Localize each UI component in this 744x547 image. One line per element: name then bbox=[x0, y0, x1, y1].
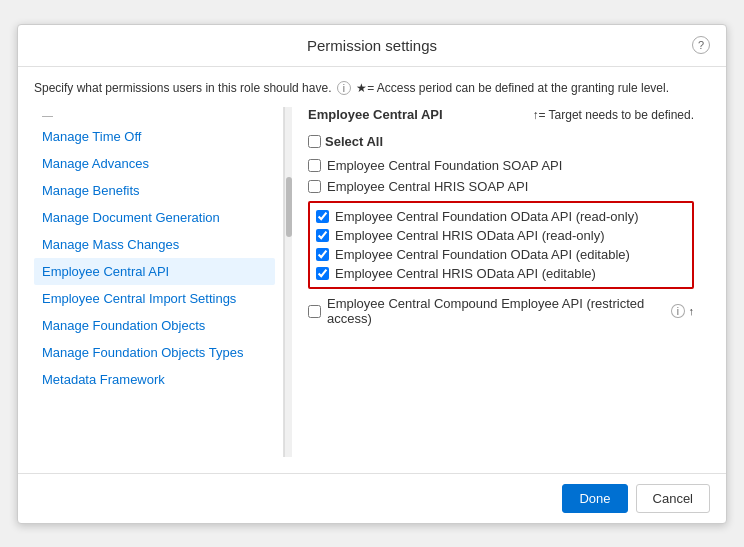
sidebar-scroll-hint: — bbox=[34, 107, 275, 123]
permission-row-ec-foundation-odata-editable: Employee Central Foundation OData API (e… bbox=[316, 245, 686, 264]
permission-label-ec-foundation-soap: Employee Central Foundation SOAP API bbox=[327, 158, 562, 173]
permission-label-ec-hris-soap: Employee Central HRIS SOAP API bbox=[327, 179, 528, 194]
sidebar: — Manage Time Off Manage Advances Manage… bbox=[34, 107, 284, 457]
checkbox-ec-hris-soap[interactable] bbox=[308, 180, 321, 193]
section-title: Employee Central API bbox=[308, 107, 443, 122]
permission-label-ec-hris-odata-readonly: Employee Central HRIS OData API (read-on… bbox=[335, 228, 605, 243]
permission-row-ec-compound-employee: Employee Central Compound Employee API (… bbox=[308, 293, 694, 329]
sidebar-item-manage-document-generation[interactable]: Manage Document Generation bbox=[34, 204, 275, 231]
select-all-label: Select All bbox=[325, 134, 383, 149]
permission-row-ec-foundation-odata-readonly: Employee Central Foundation OData API (r… bbox=[316, 207, 686, 226]
sidebar-item-employee-central-api[interactable]: Employee Central API bbox=[34, 258, 275, 285]
select-all-checkbox[interactable] bbox=[308, 135, 321, 148]
permission-label-ec-foundation-odata-editable: Employee Central Foundation OData API (e… bbox=[335, 247, 630, 262]
sidebar-item-manage-foundation-objects-types[interactable]: Manage Foundation Objects Types bbox=[34, 339, 275, 366]
info-circle-icon: i bbox=[337, 81, 351, 95]
permission-label-ec-hris-odata-editable: Employee Central HRIS OData API (editabl… bbox=[335, 266, 596, 281]
help-icon[interactable]: ? bbox=[692, 36, 710, 54]
permission-label-ec-foundation-odata-readonly: Employee Central Foundation OData API (r… bbox=[335, 209, 639, 224]
dialog-footer: Done Cancel bbox=[18, 473, 726, 523]
sidebar-item-employee-central-import-settings[interactable]: Employee Central Import Settings bbox=[34, 285, 275, 312]
permission-row-ec-hris-odata-readonly: Employee Central HRIS OData API (read-on… bbox=[316, 226, 686, 245]
section-header: Employee Central API ↑= Target needs to … bbox=[308, 107, 694, 126]
compound-employee-target-badge: ↑ bbox=[689, 305, 695, 317]
checkbox-ec-hris-odata-readonly[interactable] bbox=[316, 229, 329, 242]
checkbox-ec-compound-employee[interactable] bbox=[308, 305, 321, 318]
sidebar-item-manage-mass-changes[interactable]: Manage Mass Changes bbox=[34, 231, 275, 258]
sidebar-scrollbar[interactable] bbox=[284, 107, 292, 457]
permission-row-ec-hris-odata-editable: Employee Central HRIS OData API (editabl… bbox=[316, 264, 686, 283]
checkbox-ec-foundation-odata-editable[interactable] bbox=[316, 248, 329, 261]
sidebar-scrollbar-thumb bbox=[286, 177, 292, 237]
instruction-text: Specify what permissions users in this r… bbox=[34, 81, 710, 96]
sidebar-item-manage-benefits[interactable]: Manage Benefits bbox=[34, 177, 275, 204]
sidebar-item-manage-foundation-objects[interactable]: Manage Foundation Objects bbox=[34, 312, 275, 339]
cancel-button[interactable]: Cancel bbox=[636, 484, 710, 513]
checkbox-ec-foundation-odata-readonly[interactable] bbox=[316, 210, 329, 223]
checkbox-ec-hris-odata-editable[interactable] bbox=[316, 267, 329, 280]
permission-row-ec-foundation-soap: Employee Central Foundation SOAP API bbox=[308, 155, 694, 176]
dialog-title: Permission settings bbox=[307, 37, 437, 54]
main-content: Employee Central API ↑= Target needs to … bbox=[292, 107, 710, 457]
highlighted-permissions-group: Employee Central Foundation OData API (r… bbox=[308, 201, 694, 289]
compound-employee-info-icon: i bbox=[671, 304, 684, 318]
permission-label-ec-compound-employee: Employee Central Compound Employee API (… bbox=[327, 296, 667, 326]
content-area: — Manage Time Off Manage Advances Manage… bbox=[34, 107, 710, 457]
done-button[interactable]: Done bbox=[562, 484, 627, 513]
checkbox-ec-foundation-soap[interactable] bbox=[308, 159, 321, 172]
dialog-body: Specify what permissions users in this r… bbox=[18, 67, 726, 473]
dialog-header: Permission settings ? bbox=[18, 25, 726, 67]
target-note: ↑= Target needs to be defined. bbox=[532, 108, 694, 122]
sidebar-item-manage-time-off[interactable]: Manage Time Off bbox=[34, 123, 275, 150]
sidebar-item-metadata-framework[interactable]: Metadata Framework bbox=[34, 366, 275, 393]
permission-row-ec-hris-soap: Employee Central HRIS SOAP API bbox=[308, 176, 694, 197]
sidebar-item-manage-advances[interactable]: Manage Advances bbox=[34, 150, 275, 177]
select-all-row: Select All bbox=[308, 134, 694, 149]
permission-settings-dialog: Permission settings ? Specify what permi… bbox=[17, 24, 727, 524]
